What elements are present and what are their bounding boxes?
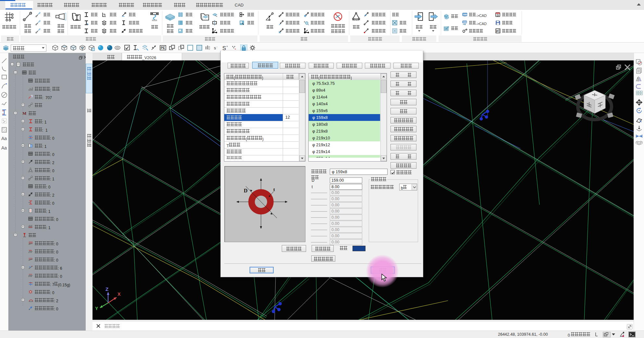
- svg-text:Aa: Aa: [1, 136, 7, 141]
- svg-text:-: -: [217, 45, 217, 48]
- svg-text:t: t: [273, 187, 275, 192]
- svg-text:+: +: [226, 45, 228, 48]
- svg-text:D: D: [244, 188, 248, 193]
- svg-text:DWG: DWG: [463, 21, 467, 23]
- svg-text:s: s: [214, 46, 216, 50]
- svg-text:±: ±: [304, 20, 305, 23]
- svg-text:Y: Y: [95, 306, 98, 311]
- svg-text:PE: PE: [161, 46, 165, 50]
- svg-text:DWG: DWG: [463, 14, 467, 16]
- svg-text:z: z: [31, 95, 32, 97]
- svg-text:X: X: [118, 292, 121, 297]
- svg-text:P: P: [496, 30, 498, 33]
- svg-text:Aa: Aa: [1, 145, 7, 150]
- svg-text:S: S: [222, 45, 226, 51]
- svg-text:Z: Z: [105, 286, 108, 292]
- svg-text:x: x: [235, 47, 236, 50]
